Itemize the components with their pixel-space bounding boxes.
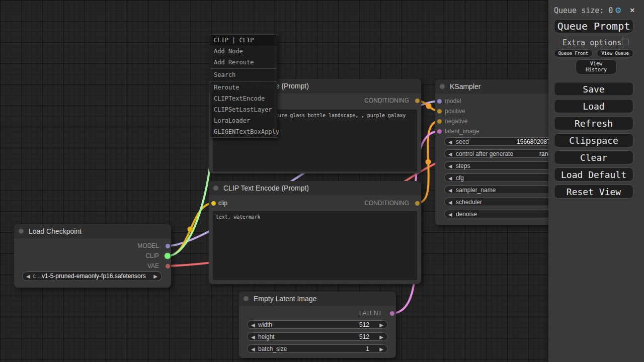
collapse-dot-icon[interactable] — [244, 296, 249, 301]
widget-arrow-left-icon[interactable]: ◀ — [448, 211, 452, 218]
view-history-button[interactable]: View History — [576, 59, 617, 74]
queue-prompt-button[interactable]: Queue Prompt — [554, 19, 633, 33]
link-dot-positive — [426, 104, 432, 109]
output-slot-clip[interactable] — [165, 253, 171, 259]
widget-value: 1 — [366, 345, 369, 353]
context-menu-title: CLIP | CLIP — [210, 35, 277, 46]
widget-value: 512 — [359, 321, 369, 329]
node-title-bar[interactable]: Empty Latent Image — [239, 292, 396, 306]
input-label-clip: clip — [218, 200, 227, 207]
node-graph-canvas[interactable]: CLIP Text Encode (Prompt) clip CONDITION… — [0, 0, 644, 362]
menu-item-add-node[interactable]: Add Node — [210, 46, 277, 57]
menu-item-clipsetlastlayer[interactable]: CLIPSetLastLayer — [210, 104, 277, 115]
menu-item-reroute[interactable]: Reroute — [210, 82, 277, 93]
settings-gear-icon[interactable]: ⚙ — [615, 4, 621, 15]
output-label-conditioning: CONDITIONING — [364, 200, 409, 207]
view-queue-button[interactable]: View Queue — [597, 49, 633, 57]
load-default-button[interactable]: Load Default — [554, 167, 633, 182]
input-label-positive: positive — [445, 108, 465, 115]
collapse-dot-icon[interactable] — [213, 186, 218, 191]
refresh-button[interactable]: Refresh — [554, 116, 633, 130]
clear-button[interactable]: Clear — [554, 150, 633, 164]
widget-label: batch_size — [258, 345, 287, 353]
widget-value: 512 — [359, 333, 369, 341]
input-label-latent-image: latent_image — [445, 128, 479, 135]
extra-options-checkbox[interactable] — [622, 39, 628, 45]
input-slot-model[interactable] — [437, 99, 442, 104]
output-slot-vae[interactable] — [166, 264, 170, 268]
input-slot-latent-image[interactable] — [437, 129, 442, 134]
widget-arrow-left-icon[interactable]: ◀ — [448, 138, 452, 146]
comfy-menu-panel: Queue size: 0 ⚙ ✕ Queue Prompt Extra opt… — [548, 0, 644, 362]
input-slot-negative[interactable] — [437, 119, 442, 124]
save-button[interactable]: Save — [554, 82, 633, 96]
height-widget[interactable]: ◀ height 512 ▶ — [247, 332, 388, 341]
widget-arrow-left-icon[interactable]: ◀ — [251, 333, 255, 341]
widget-arrow-left-icon[interactable]: ◀ — [26, 273, 30, 280]
extra-options-label: Extra options — [562, 38, 621, 47]
output-label-model: MODEL — [137, 242, 159, 249]
widget-arrow-left-icon[interactable]: ◀ — [448, 162, 452, 170]
node-load-checkpoint[interactable]: Load Checkpoint MODEL CLIP VAE ◀ c ... v… — [14, 224, 171, 288]
output-label-clip: CLIP — [145, 252, 159, 259]
output-slot-conditioning[interactable] — [415, 201, 420, 206]
menu-separator — [210, 68, 277, 69]
node-title: KSampler — [450, 82, 480, 90]
node-title: Empty Latent Image — [254, 295, 316, 303]
node-empty-latent-image[interactable]: Empty Latent Image LATENT ◀ width 512 ▶ … — [239, 292, 396, 358]
widget-arrow-right-icon[interactable]: ▶ — [379, 345, 383, 353]
link-dot-clip — [188, 227, 193, 232]
widget-value: v1-5-pruned-emaonly-fp16.safetensors — [42, 272, 146, 280]
widget-arrow-left-icon[interactable]: ◀ — [448, 174, 452, 182]
input-slot-clip[interactable] — [211, 201, 216, 206]
menu-separator — [210, 81, 277, 81]
output-label-conditioning: CONDITIONING — [364, 97, 409, 104]
batch-size-widget[interactable]: ◀ batch_size 1 ▶ — [247, 344, 388, 353]
node-title-bar[interactable]: Load Checkpoint — [14, 224, 171, 238]
menu-item-gligentextboxapply[interactable]: GLIGENTextBoxApply — [210, 126, 277, 137]
menu-item-add-reroute[interactable]: Add Reroute — [210, 57, 277, 68]
menu-item-search[interactable]: Search — [210, 69, 277, 80]
widget-label: height — [258, 333, 275, 341]
widget-label: c ... — [33, 272, 42, 280]
load-button[interactable]: Load — [554, 99, 633, 113]
output-slot-model[interactable] — [166, 244, 170, 248]
widget-label: scheduler — [456, 198, 482, 206]
menu-item-cliptextencode[interactable]: CLIPTextEncode — [210, 93, 277, 104]
link-connecting — [168, 135, 212, 256]
node-title: Load Checkpoint — [29, 227, 82, 235]
widget-arrow-left-icon[interactable]: ◀ — [251, 321, 255, 329]
node-title-bar[interactable]: CLIP Text Encode (Prompt) — [209, 181, 421, 195]
widget-label: cfg — [456, 174, 464, 182]
widget-arrow-right-icon[interactable]: ▶ — [153, 273, 157, 280]
input-slot-positive[interactable] — [437, 109, 442, 114]
ckpt-name-widget[interactable]: ◀ c ... v1-5-pruned-emaonly-fp16.safeten… — [22, 272, 162, 281]
widget-arrow-left-icon[interactable]: ◀ — [448, 150, 452, 158]
widget-arrow-right-icon[interactable]: ▶ — [379, 321, 383, 329]
queue-front-button[interactable]: Queue Front — [554, 49, 593, 57]
close-icon[interactable]: ✕ — [630, 5, 635, 15]
widget-label: denoise — [456, 210, 477, 218]
output-slot-latent[interactable] — [390, 311, 394, 316]
node-clip-text-encode-negative[interactable]: CLIP Text Encode (Prompt) clip CONDITION… — [209, 181, 421, 284]
link-dot-negative — [426, 159, 431, 165]
menu-item-loraloader[interactable]: LoraLoader — [210, 115, 277, 126]
width-widget[interactable]: ◀ width 512 ▶ — [247, 320, 388, 329]
output-label-vae: VAE — [147, 262, 159, 269]
reset-view-button[interactable]: Reset View — [554, 185, 633, 199]
widget-arrow-left-icon[interactable]: ◀ — [448, 199, 452, 206]
widget-arrow-left-icon[interactable]: ◀ — [448, 187, 452, 194]
widget-arrow-right-icon[interactable]: ▶ — [379, 333, 383, 341]
collapse-dot-icon[interactable] — [19, 229, 24, 234]
prompt-textarea[interactable]: text, watermark — [213, 211, 417, 280]
widget-label: control after generate — [456, 150, 513, 158]
widget-label: sampler_name — [456, 186, 496, 194]
output-label-latent: LATENT — [359, 310, 382, 317]
collapse-dot-icon[interactable] — [440, 84, 445, 89]
node-title: CLIP Text Encode (Prompt) — [223, 184, 309, 192]
clipspace-button[interactable]: Clipspace — [554, 133, 633, 147]
context-menu: CLIP | CLIP Add Node Add Reroute Search … — [210, 34, 277, 138]
output-slot-conditioning[interactable] — [415, 99, 420, 103]
widget-arrow-left-icon[interactable]: ◀ — [251, 345, 255, 353]
widget-label: width — [258, 321, 272, 329]
